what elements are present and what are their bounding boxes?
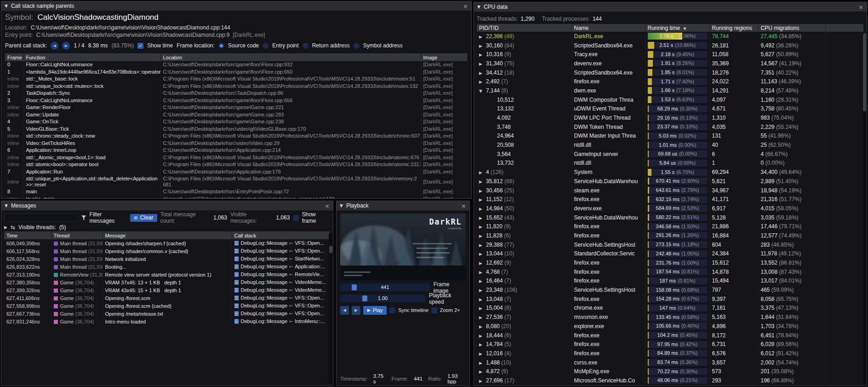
callstack-frame-row[interactable]: 3Floor::CalcLightNoLuminanceC:\Users\wol… <box>5 97 468 104</box>
message-row[interactable]: 627,313,190nsRemoteView (31,392)Remote v… <box>4 271 330 278</box>
radio-entry-point[interactable] <box>263 43 268 49</box>
messages-titlebar[interactable]: ▼ Messages × <box>1 201 333 211</box>
cpu-process-row[interactable]: ▶14,984 (50)devenv.exe584.69 ms (2.53%)6… <box>477 204 864 213</box>
cpu-process-row[interactable]: ▶30,456 (25)steam.exe643.61 ms (2.79%)34… <box>477 186 864 195</box>
expand-arrow-icon[interactable]: ▶ <box>479 315 486 320</box>
callstack-frame-row[interactable]: 4Game::OnTickC:\Users\wolf\Desktop\darkr… <box>5 118 468 126</box>
message-row[interactable]: 627,667,736nsGame (36,704)Opening /meta/… <box>4 310 330 318</box>
cpu-process-row[interactable]: ▶27,696 (17)Microsoft.ServiceHub.Co48.06… <box>477 376 864 385</box>
column-header-running-regions[interactable]: Running regions <box>709 24 758 32</box>
cpu-process-row[interactable]: ▶4,768 (7)firefox.exe187.54 ms (0.81%)14… <box>477 267 864 277</box>
zoom-2x-checkbox[interactable] <box>431 307 437 313</box>
scrollbar-thumb[interactable] <box>863 33 866 111</box>
expand-arrow-icon[interactable]: ▶ <box>479 270 486 275</box>
section-expand-icon[interactable]: ▶ <box>4 225 7 230</box>
message-row[interactable]: 627,831,246nsGame (36,704)Intro menu loa… <box>4 318 330 325</box>
cpu-scrollbar[interactable] <box>862 32 867 385</box>
expand-arrow-icon[interactable]: ▶ <box>479 288 486 293</box>
column-header-message[interactable]: Message <box>103 231 232 239</box>
cpu-process-row[interactable]: ▶34,412 (18)ScriptedSandbox64.exe1.85 s … <box>477 68 864 77</box>
message-filter-input[interactable] <box>4 214 78 222</box>
expand-arrow-icon[interactable]: ▶ <box>479 379 486 383</box>
cpu-process-row[interactable]: 13,132uDWM Event Thread68.29 ms (0.30%)4… <box>477 104 864 114</box>
expand-arrow-icon[interactable]: ▶ <box>479 197 486 202</box>
play-button[interactable]: ▶ Play <box>363 306 387 315</box>
cpu-process-row[interactable]: ▶10,316 (9)Tracy.exe2.18 s (9.45%)11,058… <box>477 50 864 59</box>
cpu-titlebar[interactable]: ▼ CPU data × <box>474 2 867 12</box>
cpu-process-row[interactable]: ▶12,016 (4)firefox.exe84.89 ms (0.37%)6,… <box>477 349 864 358</box>
message-row[interactable]: 606,117,568nsMain thread (31,596)Opening… <box>4 247 330 255</box>
expand-arrow-icon[interactable]: ▶ <box>479 370 486 374</box>
cpu-process-row[interactable]: 13,732ntdll.dll5.84 us (0.00%)10 (0.00%) <box>477 159 864 168</box>
callstack-frame-row[interactable]: inlinestd::chrono::steady_clock::nowC:\P… <box>5 133 468 140</box>
expand-arrow-icon[interactable]: ▶ <box>479 62 486 66</box>
callstack-frame-row[interactable]: 5VideoGLBase::TickC:\Users\wolf\Desktop\… <box>5 126 468 133</box>
callstack-frame-row[interactable]: 2TaskDispatch::SyncC:\Users\wolf\Desktop… <box>5 90 468 97</box>
column-header-running-time[interactable]: Running time ▼ <box>645 24 709 32</box>
column-header-function[interactable]: Function <box>23 53 160 61</box>
message-row[interactable]: 627,411,606nsGame (36,704)Opening /fores… <box>4 294 330 302</box>
collapse-icon[interactable]: ▼ <box>5 203 8 208</box>
cpu-process-row[interactable]: 3,748DWM Token Thread23.37 ms (0.10%)4,0… <box>477 122 864 132</box>
cpu-process-row[interactable]: ▶1,488 (10)csrss.exe83.74 ms (0.36%)3,65… <box>477 358 864 367</box>
close-icon[interactable]: × <box>325 203 330 209</box>
cpu-process-row[interactable]: 24,964DWM Master Input Threa5.03 ms (0.0… <box>477 132 864 141</box>
visible-threads-row[interactable]: ▶ ⇆ Visible threads: (5) <box>4 223 330 231</box>
callstack-frame-row[interactable]: inlinestd::unique_ptr<Application,std::d… <box>5 175 468 188</box>
cpu-process-row[interactable]: ▶4,872 (9)MsMpEng.exe70.22 ms (0.30%)573… <box>477 367 864 376</box>
cpu-process-row[interactable]: ▶29,388 (77)ServiceHub.SettingsHost273.1… <box>477 240 864 249</box>
cpu-process-row[interactable]: ▶12,692 (9)firefox.exe231.76 ms (1.00%)1… <box>477 258 864 267</box>
column-header-cpu-migrations[interactable]: CPU migrations <box>758 24 825 32</box>
callstack-frame-row[interactable]: 7Application::RunC:\Users\wolf\Desktop\d… <box>5 168 468 176</box>
cpu-process-row[interactable]: ▶14,784 (5)firefox.exe97.95 ms (0.42%)6,… <box>477 340 864 349</box>
close-icon[interactable]: × <box>858 4 863 10</box>
next-parent-button[interactable]: ▶ <box>62 42 70 50</box>
expand-arrow-icon[interactable]: ▶ <box>479 361 486 365</box>
callstack-frame-row[interactable]: inlinestd::atomic<bool>::operator boolC:… <box>5 161 468 168</box>
collapse-icon[interactable]: ▼ <box>340 203 343 208</box>
expand-arrow-icon[interactable]: ▶ <box>479 179 486 184</box>
playback-speed-slider[interactable]: 1.00 <box>340 295 425 302</box>
cpu-process-row[interactable]: ▶16,464 (7)firefox.exe187 ms (0.81%)15,4… <box>477 277 864 286</box>
callstack-frame-row[interactable]: inlinestd::_Mutex_base::lockC:\Program F… <box>5 75 468 83</box>
message-row[interactable]: 627,558,996nsGame (36,704)Opening /fores… <box>4 302 330 310</box>
expand-arrow-icon[interactable]: ▶ <box>479 52 486 57</box>
callstack-frame-row[interactable]: 1<lambda_84a19dc444fae966ca174e83e708bdc… <box>5 69 468 76</box>
column-header-name[interactable]: Name <box>571 24 645 32</box>
expand-arrow-icon[interactable]: ▶ <box>479 243 486 248</box>
callstack-frame-row[interactable]: inlineGame::UpdateC:\Users\wolf\Desktop\… <box>5 111 468 119</box>
message-row[interactable]: 606,049,398nsMain thread (31,596)Opening… <box>4 239 330 247</box>
sync-timeline-checkbox[interactable] <box>389 307 395 313</box>
collapse-icon[interactable]: ▼ <box>5 4 8 8</box>
expand-arrow-icon[interactable]: ▶ <box>479 216 486 220</box>
clear-button[interactable]: ⊗ Clear <box>130 214 157 222</box>
message-row[interactable]: 626,833,622nsMain thread (31,596)Booting… <box>4 263 330 271</box>
cpu-process-row[interactable]: ▶15,652 (43)ServiceHub.DataWarehou580.22… <box>477 213 864 222</box>
cpu-process-row[interactable]: ▶18,444 (6)firefox.exe104.2 ms (0.45%)8,… <box>477 331 864 340</box>
close-icon[interactable]: × <box>461 203 466 209</box>
expand-arrow-icon[interactable]: ▶ <box>479 252 486 256</box>
cpu-process-row[interactable]: ▶11,820 (9)firefox.exe346.58 ms (1.50%)2… <box>477 222 864 231</box>
column-header-location[interactable]: Location <box>160 53 421 61</box>
callstack-frame-row[interactable]: inlineinvoke_maind:\agent\_work\63\s\src… <box>5 196 468 199</box>
next-frame-button[interactable]: ▶ <box>352 306 360 315</box>
show-frame-checkbox[interactable] <box>293 215 298 221</box>
cpu-process-row[interactable]: ▶13,048 (7)firefox.exe154.28 ms (0.67%)9… <box>477 295 864 304</box>
cpu-process-row[interactable]: ▶11,828 (6)firefox.exe291.26 ms (1.26%)1… <box>477 231 864 240</box>
column-header-frame[interactable]: Frame <box>5 53 23 61</box>
column-header-image[interactable]: Image <box>421 53 468 61</box>
cpu-process-row[interactable]: ▶11,152 (12)firefox.exe632.15 ms (2.74%)… <box>477 195 864 204</box>
close-icon[interactable]: × <box>463 3 468 9</box>
radio-return-address[interactable] <box>303 43 308 49</box>
expand-arrow-icon[interactable]: ▶ <box>479 80 486 84</box>
column-header-pid-tid[interactable]: PID/TID <box>477 24 571 32</box>
column-header-time[interactable]: Time <box>4 231 51 239</box>
column-header-thread[interactable]: Thread <box>51 231 103 239</box>
expand-arrow-icon[interactable]: ▶ <box>479 297 486 302</box>
expand-arrow-icon[interactable]: ▶ <box>479 342 486 347</box>
expand-arrow-icon[interactable]: ▶ <box>479 306 486 311</box>
cpu-process-row[interactable]: ▶30,160 (84)ScriptedSandbox64.exe2.51 s … <box>477 41 864 50</box>
expand-arrow-icon[interactable]: ▶ <box>479 261 486 266</box>
show-time-checkbox[interactable]: ✓ <box>137 43 143 49</box>
callstack-frame-row[interactable]: inlineVideo::GetTicksHiResC:\Users\wolf\… <box>5 140 468 147</box>
